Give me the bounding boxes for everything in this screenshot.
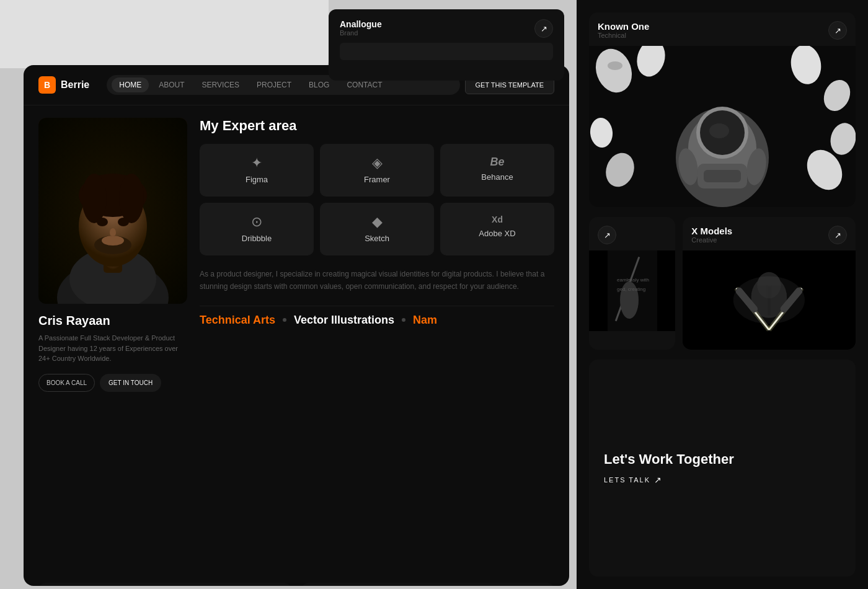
small-partial-card: ↗ eamlessly with ged, creating bbox=[589, 217, 675, 350]
tag-dot-1 bbox=[283, 318, 286, 322]
xmodels-card: X Models Creative ↗ bbox=[683, 217, 856, 350]
xmodels-header: X Models Creative ↗ bbox=[683, 217, 856, 250]
xmodels-title: X Models bbox=[691, 226, 732, 236]
small-card-svg: eamlessly with ged, creating bbox=[608, 250, 657, 331]
xmodels-svg bbox=[683, 250, 856, 350]
get-in-touch-button[interactable]: GET IN TOUCH bbox=[100, 374, 161, 392]
dribbble-icon: ⊙ bbox=[251, 215, 262, 229]
profile-bio: A Passionate Full Stack Developer & Prod… bbox=[38, 333, 187, 364]
profile-actions: BOOK A CALL GET IN TOUCH bbox=[38, 374, 187, 392]
nav-home[interactable]: HOME bbox=[112, 78, 149, 92]
logo-icon: B bbox=[38, 76, 56, 94]
main-container: B Berrie HOME ABOUT SERVICES PROJECT BLO… bbox=[24, 65, 569, 586]
framer-label: Framer bbox=[364, 175, 390, 184]
bottom-row: Anallogue Brand ↗ bbox=[24, 583, 569, 586]
known-one-arrow-btn[interactable]: ↗ bbox=[828, 21, 847, 40]
rp-middle-row: ↗ eamlessly with ged, creating X Models … bbox=[589, 217, 856, 350]
xmodels-sub: Creative bbox=[691, 236, 732, 244]
known-one-image bbox=[589, 46, 856, 207]
known-one-header: Known One Technical ↗ bbox=[589, 12, 856, 46]
tags-bar: Technical Arts Vector Illustrations Nam bbox=[200, 306, 554, 334]
adobexd-label: Adobe XD bbox=[479, 229, 515, 238]
anallogue-floating-card: Anallogue Brand ↗ bbox=[329, 9, 564, 81]
nav-services[interactable]: SERVICES bbox=[195, 78, 247, 92]
known-one-sub: Technical bbox=[598, 32, 649, 39]
skill-figma: ✦ Figma bbox=[200, 144, 314, 197]
bottom-card-knownone: Known One Technical ↗ bbox=[301, 583, 554, 586]
right-panel: Known One Technical ↗ bbox=[577, 0, 868, 589]
profile-image bbox=[38, 118, 187, 304]
small-card-header: ↗ bbox=[589, 217, 675, 250]
profile-card: Cris Rayaan A Passionate Full Stack Deve… bbox=[38, 118, 187, 570]
nav-about[interactable]: ABOUT bbox=[151, 78, 192, 92]
tag-dot-2 bbox=[402, 318, 405, 322]
small-card-arrow-btn[interactable]: ↗ bbox=[598, 226, 616, 244]
skill-framer: ◈ Framer bbox=[320, 144, 434, 197]
svg-point-6 bbox=[82, 174, 107, 223]
svg-point-8 bbox=[97, 218, 108, 226]
framer-icon: ◈ bbox=[372, 156, 383, 170]
sketch-label: Sketch bbox=[365, 234, 389, 243]
svg-point-7 bbox=[119, 174, 144, 223]
tag-vector-illustrations[interactable]: Vector Illustrations bbox=[294, 314, 394, 327]
svg-point-12 bbox=[102, 236, 124, 246]
floating-card-arrow-btn[interactable]: ↗ bbox=[534, 19, 553, 38]
floating-card-title: Anallogue bbox=[340, 19, 382, 29]
svg-text:ged, creating: ged, creating bbox=[617, 286, 645, 292]
xmodels-arrow-btn[interactable]: ↗ bbox=[828, 226, 847, 244]
svg-point-32 bbox=[608, 61, 622, 70]
floating-card-bar bbox=[340, 43, 553, 60]
person-svg bbox=[38, 118, 187, 304]
svg-point-63 bbox=[733, 277, 805, 324]
sketch-icon: ◆ bbox=[372, 215, 383, 229]
lets-work-title: Let's Work Together bbox=[604, 451, 841, 467]
bottom-card-anallogue: Anallogue Brand ↗ bbox=[38, 583, 291, 586]
content-area: Cris Rayaan A Passionate Full Stack Deve… bbox=[24, 105, 569, 583]
nav-project[interactable]: PROJECT bbox=[249, 78, 299, 92]
logo-text: Berrie bbox=[61, 79, 89, 91]
lets-talk-arrow-icon: ↗ bbox=[654, 475, 663, 485]
astro-svg bbox=[589, 46, 856, 207]
svg-point-44 bbox=[709, 123, 729, 138]
skill-behance: Be Behance bbox=[440, 144, 554, 197]
dribbble-label: Dribbble bbox=[242, 234, 272, 243]
expert-description: As a product designer, I specialize in c… bbox=[200, 268, 554, 293]
xmodels-image bbox=[683, 250, 856, 350]
expert-area: My Expert area ✦ Figma ◈ Framer Be Behan… bbox=[200, 118, 554, 570]
known-one-title: Known One bbox=[598, 21, 649, 32]
skill-adobexd: Xd Adobe XD bbox=[440, 203, 554, 255]
lets-work-card: Let's Work Together LETS TALK ↗ bbox=[589, 360, 856, 577]
floating-card-subtitle: Brand bbox=[340, 29, 382, 37]
figma-icon: ✦ bbox=[251, 156, 262, 170]
skills-grid: ✦ Figma ◈ Framer Be Behance ⊙ Dribbble ◆ bbox=[200, 144, 554, 255]
lets-talk-text: LETS TALK bbox=[604, 476, 650, 484]
tag-partial[interactable]: Nam bbox=[413, 314, 437, 327]
adobexd-icon: Xd bbox=[492, 215, 503, 224]
lets-talk-link[interactable]: LETS TALK ↗ bbox=[604, 475, 841, 485]
nav-blog[interactable]: BLOG bbox=[301, 78, 337, 92]
profile-info: Cris Rayaan A Passionate Full Stack Deve… bbox=[38, 304, 187, 402]
top-left-gray-card bbox=[0, 0, 329, 68]
svg-rect-46 bbox=[704, 170, 741, 182]
profile-name: Cris Rayaan bbox=[38, 314, 187, 328]
known-one-card: Known One Technical ↗ bbox=[589, 12, 856, 207]
logo: B Berrie bbox=[38, 76, 89, 94]
svg-text:eamlessly with: eamlessly with bbox=[617, 277, 649, 283]
small-card-image: eamlessly with ged, creating bbox=[589, 250, 675, 331]
expert-title: My Expert area bbox=[200, 118, 554, 134]
tag-technical-arts[interactable]: Technical Arts bbox=[200, 314, 275, 327]
svg-point-9 bbox=[118, 218, 129, 226]
skill-sketch: ◆ Sketch bbox=[320, 203, 434, 255]
svg-point-10 bbox=[110, 228, 116, 237]
book-call-button[interactable]: BOOK A CALL bbox=[38, 374, 95, 392]
figma-label: Figma bbox=[246, 175, 268, 184]
behance-label: Behance bbox=[481, 172, 513, 182]
behance-icon: Be bbox=[490, 156, 504, 167]
skill-dribbble: ⊙ Dribbble bbox=[200, 203, 314, 255]
